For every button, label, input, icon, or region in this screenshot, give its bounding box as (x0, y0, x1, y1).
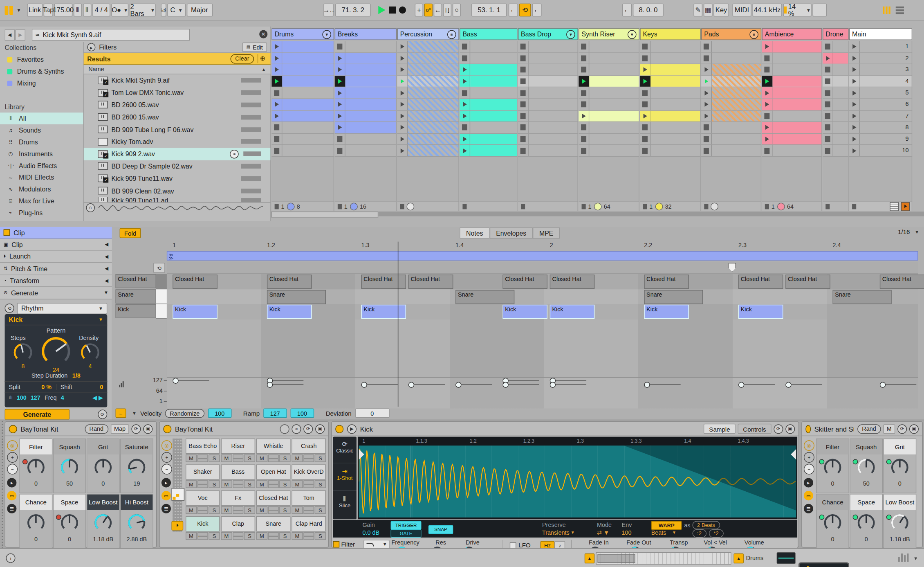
clip-slot-bass-drop-10[interactable] (518, 145, 578, 157)
pitch-time-section[interactable]: ⇅Pitch & Time◀ (0, 263, 112, 275)
clip-body[interactable] (712, 145, 761, 156)
gain-value[interactable]: 0.0 dB (362, 529, 379, 536)
clip-launch-zone[interactable] (701, 88, 712, 99)
track-stop-button[interactable] (704, 204, 708, 209)
clip-slot-pads-9[interactable] (701, 134, 761, 145)
track-status-ambience[interactable]: 164 (762, 201, 822, 211)
clip-body[interactable] (833, 88, 848, 99)
clip-slot-keys-9[interactable] (640, 134, 700, 145)
warp-as-value[interactable]: 2 Beats (693, 521, 720, 529)
clip-launch-zone[interactable] (335, 122, 345, 133)
clip-body[interactable] (282, 88, 333, 99)
generator-preset-menu[interactable]: Rhythm▼ (17, 303, 108, 314)
clip-launch-zone[interactable] (271, 41, 282, 52)
mode-slice[interactable]: ⫴Slice (333, 491, 357, 518)
pattern-knob[interactable] (41, 337, 71, 366)
velocity-lane[interactable] (167, 377, 918, 408)
clip-slot-pads-4[interactable] (701, 76, 761, 88)
macro-chance[interactable]: Chance0 (20, 494, 53, 549)
transform-section[interactable]: ◔Transform◀ (0, 275, 112, 287)
punch-out-button[interactable]: ⌐ (532, 4, 541, 17)
clip-body[interactable] (529, 64, 578, 75)
pad-play-button[interactable] (233, 480, 244, 488)
info-icon[interactable]: i (6, 554, 15, 563)
clip-launch-zone[interactable] (271, 110, 282, 122)
clip-body[interactable] (650, 122, 700, 133)
loop-bar[interactable]: ≫≫ (167, 251, 918, 261)
file-row-8[interactable]: Kick 909 Tune11.wav (84, 172, 271, 184)
pad-mute-button[interactable]: M (292, 480, 303, 488)
clip-launch-zone[interactable] (640, 99, 650, 110)
session-view-toggle[interactable] (883, 4, 890, 17)
clip-body[interactable] (712, 122, 761, 133)
clip-body[interactable] (650, 134, 700, 145)
clip-body[interactable] (470, 99, 517, 110)
clip-body[interactable] (833, 145, 848, 156)
clip-slot-drone-3[interactable] (823, 64, 848, 76)
track-stop-button[interactable] (338, 204, 342, 209)
macro-view-icon[interactable]: ▭ (161, 491, 171, 500)
clip-body[interactable] (529, 122, 578, 133)
drum-pad-snare[interactable]: SnareMS (256, 516, 291, 540)
clip-launch-zone[interactable] (701, 41, 712, 52)
clip-slot-synth-riser-3[interactable] (579, 64, 639, 76)
clip-body[interactable] (833, 134, 848, 145)
clip-slot-pads-8[interactable] (701, 122, 761, 133)
clip-body[interactable] (712, 99, 761, 110)
clip-slot-main-9[interactable]: 9 (849, 134, 912, 145)
clip-body[interactable] (345, 145, 396, 156)
clip-body[interactable] (345, 64, 396, 75)
clip-launch-zone[interactable] (849, 145, 860, 156)
clip-launch-zone[interactable] (762, 41, 773, 52)
clip-launch-zone[interactable] (460, 145, 470, 156)
macro-knob[interactable] (857, 458, 876, 477)
clip-slot-synth-riser-4[interactable] (579, 76, 639, 88)
lane-chevron-icon[interactable]: ▼ (132, 410, 137, 416)
clip-slot-drums-6[interactable] (271, 99, 334, 110)
midi-note-closed-hat[interactable]: Closed Hat (550, 274, 595, 289)
clip-body[interactable] (470, 41, 517, 52)
mode-classic[interactable]: ⟳Classic (333, 437, 357, 464)
clip-launch-zone[interactable] (579, 88, 589, 99)
macro-remove-icon[interactable]: − (161, 464, 172, 475)
pad-mute-button[interactable]: M (292, 454, 303, 462)
clip-body[interactable] (589, 99, 639, 110)
device-view-icon[interactable]: ▸ (804, 478, 813, 487)
clip-slot-bass-7[interactable] (460, 110, 517, 122)
clip-slot-percussion-1[interactable] (397, 41, 459, 53)
clip-overview-strip[interactable] (596, 552, 731, 565)
clip-slot-synth-riser-7[interactable] (579, 110, 639, 122)
clip-slot-ambience-1[interactable] (762, 41, 822, 53)
browser-back-button[interactable]: ◀ (5, 29, 15, 40)
device-on-toggle[interactable] (335, 425, 343, 433)
midi-note-kick[interactable]: Kick (644, 305, 689, 319)
play-button[interactable] (378, 4, 385, 17)
clip-launch-zone[interactable] (762, 88, 773, 99)
clip-launch-zone[interactable] (640, 110, 650, 122)
hotswap-wave-icon[interactable]: ≈ (292, 424, 301, 434)
key-strip[interactable] (156, 289, 167, 304)
clip-body[interactable] (408, 122, 458, 133)
clip-launch-zone[interactable] (762, 145, 773, 156)
playing-clip-launch[interactable] (271, 76, 282, 87)
filter-on-checkbox[interactable] (333, 541, 339, 548)
clip-launch-zone[interactable] (518, 53, 529, 64)
arrangement-overview-icon[interactable] (890, 202, 899, 211)
punch-position[interactable]: 53. 1. 1 (471, 4, 507, 17)
clip-launch-zone[interactable] (271, 64, 282, 75)
clip-launch-zone[interactable] (849, 53, 860, 64)
velocity-high-value[interactable]: 127 (31, 394, 40, 400)
clip-body[interactable] (650, 145, 700, 156)
loop-mode-menu[interactable]: ⇄ ▼ (597, 529, 609, 536)
pad-play-button[interactable] (303, 480, 314, 488)
clip-slot-bass-2[interactable] (460, 53, 517, 64)
macro-knob[interactable] (823, 458, 842, 477)
midi-note-closed-hat[interactable]: Closed Hat (785, 274, 830, 289)
clip-launch-zone[interactable] (823, 145, 833, 156)
clip-slot-breaks-1[interactable] (335, 41, 397, 53)
generator-voice-menu[interactable]: Kick▼ (5, 314, 108, 325)
ramp-from[interactable]: 127 (263, 408, 287, 418)
clip-launch-zone[interactable] (271, 134, 282, 145)
macro-value[interactable]: 1.18 dB (884, 536, 916, 542)
clip-slot-percussion-6[interactable] (397, 99, 459, 110)
